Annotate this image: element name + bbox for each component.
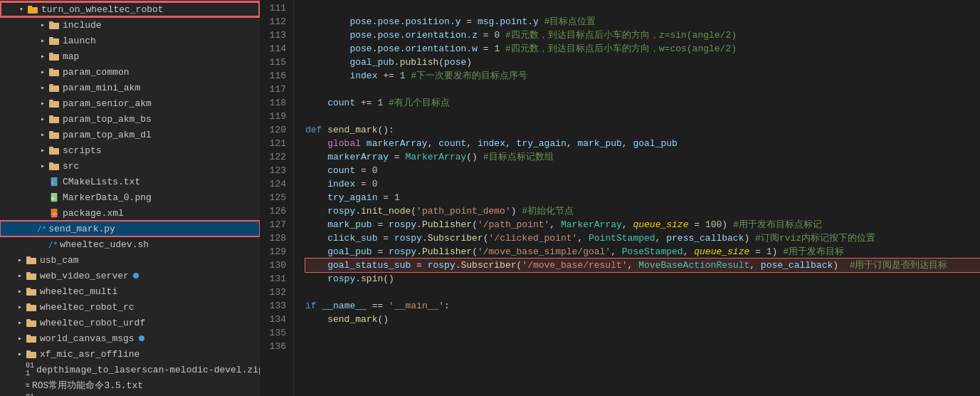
- folder-icon: [26, 318, 37, 328]
- sidebar-item-world-canvas-msgs[interactable]: world_canvas_msgs: [0, 330, 260, 346]
- sidebar-item-turn-on-wheeltec-robot[interactable]: turn_on_wheeltec_robot: [0, 1, 260, 17]
- folder-icon: [26, 286, 37, 296]
- folder-icon: [48, 161, 60, 171]
- svg-text:</>: </>: [52, 212, 58, 216]
- file-label: send_mark.py: [48, 224, 115, 234]
- svg-rect-10: [49, 85, 59, 92]
- sidebar-item-wheeltec-multi[interactable]: wheeltec_multi: [0, 283, 260, 299]
- code-line-130: rospy.spin(): [305, 272, 980, 286]
- sidebar-item-map[interactable]: map: [0, 48, 260, 64]
- arrow-icon: [37, 83, 48, 92]
- sidebar-item-cmakelists[interactable]: ≡ CMakeLists.txt: [0, 174, 260, 189]
- code-line-112: pose.pose.orientation.z = 0 #四元数，到达目标点后小…: [305, 28, 980, 42]
- arrow-icon: [37, 146, 48, 155]
- code-line-129: goal_status_sub = rospy.Subscriber('/mov…: [305, 259, 980, 272]
- code-line-134: [305, 326, 980, 340]
- code-line-117: count += 1 #有几个目标点: [305, 96, 980, 110]
- folder-icon: [26, 271, 37, 281]
- line-numbers: 111 112 113 114 115 116 117 118 119 120 …: [260, 0, 294, 396]
- folder-label: launch: [63, 36, 96, 46]
- code-line-135: [305, 340, 980, 353]
- code-line-111: pose.pose.position.y = msg.point.y #目标点位…: [305, 15, 980, 28]
- file-label: depthimage_to_laserscan-melodic-devel.zi…: [36, 365, 260, 375]
- sidebar-item-markerdata[interactable]: ▣ MarkerData_0.png: [0, 189, 260, 205]
- sidebar-item-wheeltec-robot-urdf[interactable]: wheeltec_robot_urdf: [0, 315, 260, 330]
- code-content[interactable]: pose.pose.position.y = msg.point.y #目标点位…: [294, 0, 980, 396]
- sidebar-item-usb-cam[interactable]: usb_cam: [0, 252, 260, 268]
- folder-icon: [26, 302, 37, 312]
- code-line-136: [305, 353, 980, 367]
- sidebar-item-param-mini-akm[interactable]: param_mini_akm: [0, 80, 260, 95]
- folder-icon: [48, 20, 60, 30]
- folder-label: world_canvas_msgs: [40, 333, 135, 344]
- folder-icon: [48, 36, 60, 46]
- sidebar-item-launch[interactable]: launch: [0, 33, 260, 48]
- svg-rect-32: [26, 289, 36, 296]
- sidebar-item-wheeltec-robot-rc[interactable]: wheeltec_robot_rc: [0, 299, 260, 315]
- sidebar-item-web-video-server[interactable]: web_video_server: [0, 268, 260, 283]
- code-line-113: pose.pose.orientation.w = 1 #四元数，到达目标点后小…: [305, 42, 980, 56]
- svg-rect-29: [26, 256, 31, 259]
- arrow-icon: [37, 68, 48, 76]
- sidebar-item-param-top-akm-dl[interactable]: param_top_akm_dl: [0, 127, 260, 142]
- file-icon: ≡: [48, 177, 60, 187]
- code-line-114: goal_pub.publish(pose): [305, 56, 980, 69]
- svg-rect-37: [26, 319, 31, 321]
- arrow-icon: [14, 256, 26, 264]
- svg-rect-9: [49, 68, 53, 71]
- folder-icon: [48, 83, 60, 93]
- arrow-icon: [14, 303, 26, 311]
- svg-rect-12: [49, 101, 59, 108]
- sidebar-item-ros-txt[interactable]: ≡ ROS常用功能命令3.5.txt: [0, 377, 260, 393]
- folder-icon: [27, 4, 38, 14]
- svg-rect-5: [49, 37, 53, 39]
- sidebar-item-xf-mic[interactable]: xf_mic_asr_offline: [0, 346, 260, 362]
- sidebar-item-param-senior-akm[interactable]: param_senior_akm: [0, 95, 260, 111]
- code-line-122: count = 0: [305, 164, 980, 177]
- folder-label: param_senior_akm: [63, 98, 152, 109]
- svg-rect-35: [26, 303, 31, 306]
- sidebar-item-wheeltec-zip[interactable]: 011 wheeltec_robot_rc.zip: [0, 393, 260, 396]
- sidebar-item-depthimage-zip[interactable]: 011 depthimage_to_laserscan-melodic-deve…: [0, 362, 260, 377]
- code-line-115: index += 1 #下一次要发布的目标点序号: [305, 69, 980, 83]
- svg-rect-14: [49, 117, 59, 123]
- svg-rect-28: [26, 258, 36, 264]
- svg-text:▣: ▣: [52, 197, 54, 200]
- arrow-icon: [37, 21, 48, 29]
- arrow-icon: [37, 52, 48, 61]
- sidebar-item-param-top-akm-bs[interactable]: param_top_akm_bs: [0, 111, 260, 127]
- file-label: CMakeLists.txt: [63, 177, 140, 187]
- folder-label: xf_mic_asr_offline: [40, 349, 139, 360]
- folder-icon: [48, 98, 60, 108]
- file-type-indicator: /*: [37, 224, 46, 234]
- svg-rect-13: [49, 100, 53, 102]
- folder-label: turn_on_wheeltec_robot: [41, 4, 164, 15]
- folder-label: param_common: [63, 67, 130, 78]
- svg-rect-38: [26, 336, 36, 343]
- arrow-icon: [37, 99, 48, 108]
- sidebar-item-wheeltec-udev[interactable]: /* wheeltec_udev.sh: [0, 236, 260, 252]
- folder-icon: [48, 51, 60, 61]
- file-label: ROS常用功能命令3.5.txt: [32, 379, 143, 392]
- svg-rect-15: [49, 115, 53, 118]
- sidebar-item-src[interactable]: src: [0, 158, 260, 174]
- file-tree[interactable]: turn_on_wheeltec_robot include launch: [0, 0, 260, 396]
- code-editor: 111 112 113 114 115 116 117 118 119 120 …: [260, 0, 980, 396]
- sidebar-item-param-common[interactable]: param_common: [0, 64, 260, 80]
- sidebar-item-scripts[interactable]: scripts: [0, 142, 260, 158]
- sidebar-item-sendmark[interactable]: /* send_mark.py: [0, 221, 260, 236]
- svg-rect-40: [26, 352, 36, 358]
- svg-rect-3: [49, 21, 53, 24]
- folder-label: src: [63, 161, 79, 172]
- svg-rect-7: [49, 53, 53, 55]
- code-line-128: goal_pub = rospy.Publisher('/move_base_s…: [305, 245, 980, 259]
- arrow-icon: [37, 115, 48, 123]
- sidebar-item-packagexml[interactable]: </> package.xml: [0, 205, 260, 221]
- code-line-123: index = 0: [305, 177, 980, 191]
- code-line-131: [305, 286, 980, 299]
- folder-label: map: [63, 51, 79, 62]
- sidebar-item-include[interactable]: include: [0, 17, 260, 33]
- folder-icon: [48, 67, 60, 77]
- svg-rect-8: [49, 70, 59, 76]
- svg-rect-20: [49, 164, 59, 170]
